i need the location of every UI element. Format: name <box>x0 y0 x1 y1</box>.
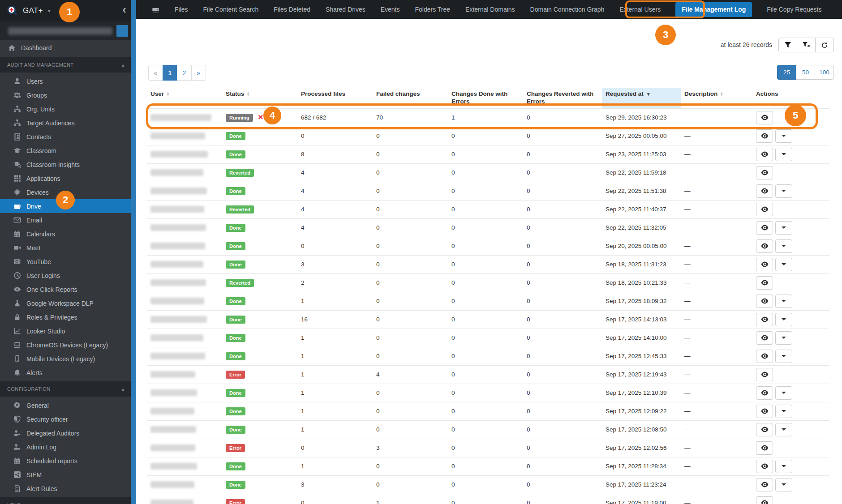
sidebar-item-devices[interactable]: Devices <box>0 185 131 199</box>
pagination-prev-button[interactable]: « <box>148 65 163 81</box>
sidebar-item-roles-privileges[interactable]: Roles & Privileges <box>0 310 131 324</box>
sidebar-item-email[interactable]: Email <box>0 213 131 227</box>
view-log-button[interactable] <box>756 221 773 235</box>
view-log-button[interactable] <box>756 386 773 400</box>
sidebar-item-scheduled-reports[interactable]: Scheduled reports <box>0 454 131 468</box>
sidebar-section-configuration[interactable]: CONFIGURATION▲ <box>0 381 131 397</box>
tab-domain-connection-graph[interactable]: Domain Connection Graph <box>523 0 612 19</box>
view-log-button[interactable] <box>756 478 773 491</box>
column-header-user[interactable]: User▲▼ <box>147 88 222 108</box>
row-actions-dropdown-button[interactable] <box>775 331 792 345</box>
sidebar-item-alerts[interactable]: Alerts <box>0 366 131 380</box>
filter-button[interactable] <box>778 38 797 52</box>
row-actions-dropdown-button[interactable] <box>775 221 792 235</box>
row-actions-dropdown-button[interactable] <box>775 350 792 363</box>
row-actions-dropdown-button[interactable] <box>775 295 792 308</box>
view-log-button[interactable] <box>756 331 773 345</box>
sidebar-section-help[interactable]: HELP▲ <box>0 497 131 504</box>
view-log-button[interactable] <box>756 129 773 143</box>
brand-caret-icon[interactable]: ▼ <box>47 9 52 13</box>
view-log-button[interactable] <box>756 295 773 308</box>
view-log-button[interactable] <box>756 441 773 455</box>
cancel-job-button[interactable]: ✕ <box>258 113 264 121</box>
sidebar-item-chromeos-devices-legacy[interactable]: ChromeOS Devices (Legacy) <box>0 338 131 352</box>
column-header-status[interactable]: Status▲▼ <box>222 88 297 108</box>
pagination-page-2-button[interactable]: 2 <box>177 65 192 81</box>
view-log-button[interactable] <box>756 496 773 504</box>
column-header-requested-at[interactable]: Requested at▼ <box>602 88 681 108</box>
sidebar-item-looker-studio[interactable]: Looker Studio <box>0 324 131 338</box>
view-log-button[interactable] <box>756 350 773 363</box>
sidebar-item-classroom[interactable]: Classroom <box>0 144 131 158</box>
view-log-button[interactable] <box>756 423 773 436</box>
sidebar-item-user-logins[interactable]: User Logins <box>0 269 131 282</box>
page-size-100-button[interactable]: 100 <box>815 65 834 80</box>
tab-files[interactable]: Files <box>167 0 196 19</box>
tab-shared-drives[interactable]: Shared Drives <box>318 0 373 19</box>
sidebar-item-alert-rules[interactable]: Alert Rules <box>0 482 131 495</box>
user-toggle-button[interactable] <box>116 25 128 37</box>
view-log-button[interactable] <box>756 368 773 381</box>
sidebar-item-siem[interactable]: SIEM <box>0 468 131 482</box>
tab-external-users[interactable]: External Users <box>612 0 668 19</box>
view-log-button[interactable] <box>756 166 773 179</box>
sidebar-item-delegated-auditors[interactable]: Delegated Auditors <box>0 426 131 440</box>
page-size-50-button[interactable]: 50 <box>796 65 815 80</box>
sidebar-scrollbar[interactable] <box>131 0 136 504</box>
sidebar-item-general[interactable]: General <box>0 398 131 412</box>
view-log-button[interactable] <box>756 111 773 124</box>
row-actions-dropdown-button[interactable] <box>775 184 792 198</box>
sidebar-item-classroom-insights[interactable]: Classroom Insights <box>0 158 131 171</box>
clear-filter-button[interactable] <box>797 38 816 52</box>
sidebar-item-admin-log[interactable]: Admin Log <box>0 440 131 454</box>
tab-file-copy-requests[interactable]: File Copy Requests <box>759 0 829 19</box>
sidebar-item-security-officer[interactable]: Security officer <box>0 412 131 426</box>
sidebar-item-meet[interactable]: Meet <box>0 241 131 255</box>
tab-external-domains[interactable]: External Domains <box>458 0 523 19</box>
sidebar-item-youtube[interactable]: YouTube <box>0 255 131 269</box>
pagination-next-button[interactable]: » <box>191 65 206 81</box>
view-log-button[interactable] <box>756 184 773 198</box>
sidebar-item-target-audiences[interactable]: Target Audiences <box>0 116 131 130</box>
sidebar-item-one-click-reports[interactable]: One Click Reports <box>0 282 131 296</box>
view-log-button[interactable] <box>756 460 773 473</box>
sidebar-item-drive[interactable]: Drive <box>0 199 131 213</box>
view-log-button[interactable] <box>756 405 773 418</box>
sidebar-item-users[interactable]: Users <box>0 74 131 88</box>
sidebar-item-org-units[interactable]: Org. Units <box>0 102 131 116</box>
sidebar-item-contacts[interactable]: Contacts <box>0 130 131 144</box>
view-log-button[interactable] <box>756 148 773 161</box>
tab-events[interactable]: Events <box>373 0 408 19</box>
sidebar-item-mobile-devices-legacy[interactable]: Mobile Devices (Legacy) <box>0 352 131 366</box>
sidebar-item-groups[interactable]: Groups <box>0 88 131 102</box>
tab-file-content-search[interactable]: File Content Search <box>196 0 266 19</box>
row-actions-dropdown-button[interactable] <box>775 423 792 436</box>
row-actions-dropdown-button[interactable] <box>775 386 792 400</box>
row-actions-dropdown-button[interactable] <box>775 313 792 326</box>
pagination-page-1-button[interactable]: 1 <box>163 65 177 81</box>
view-log-button[interactable] <box>756 203 773 216</box>
tab-folders-tree[interactable]: Folders Tree <box>408 0 458 19</box>
sidebar-item-calendars[interactable]: Calendars <box>0 227 131 241</box>
sidebar-collapse-icon[interactable]: ‹ <box>122 4 126 15</box>
sidebar-section-audit-and-management[interactable]: AUDIT AND MANAGEMENT▲ <box>0 57 131 73</box>
page-size-25-button[interactable]: 25 <box>777 65 796 80</box>
sidebar-item-applications[interactable]: Applications <box>0 171 131 185</box>
row-actions-dropdown-button[interactable] <box>775 258 792 271</box>
row-actions-dropdown-button[interactable] <box>775 460 792 473</box>
sidebar-item-google-workspace-dlp[interactable]: Google Workspace DLP <box>0 296 131 310</box>
refresh-button[interactable] <box>815 38 834 52</box>
row-actions-dropdown-button[interactable] <box>775 239 792 253</box>
row-actions-dropdown-button[interactable] <box>775 478 792 491</box>
tab-files-deleted[interactable]: Files Deleted <box>266 0 318 19</box>
row-actions-dropdown-button[interactable] <box>775 405 792 418</box>
tab-file-management-log[interactable]: File Management Log <box>675 2 752 17</box>
row-actions-dropdown-button[interactable] <box>775 148 792 161</box>
column-header-description[interactable]: Description▲▼ <box>681 88 752 108</box>
view-log-button[interactable] <box>756 258 773 271</box>
view-log-button[interactable] <box>756 313 773 326</box>
row-actions-dropdown-button[interactable] <box>775 129 792 143</box>
sidebar-item-dashboard[interactable]: Dashboard <box>0 40 131 56</box>
view-log-button[interactable] <box>756 239 773 253</box>
view-log-button[interactable] <box>756 276 773 290</box>
